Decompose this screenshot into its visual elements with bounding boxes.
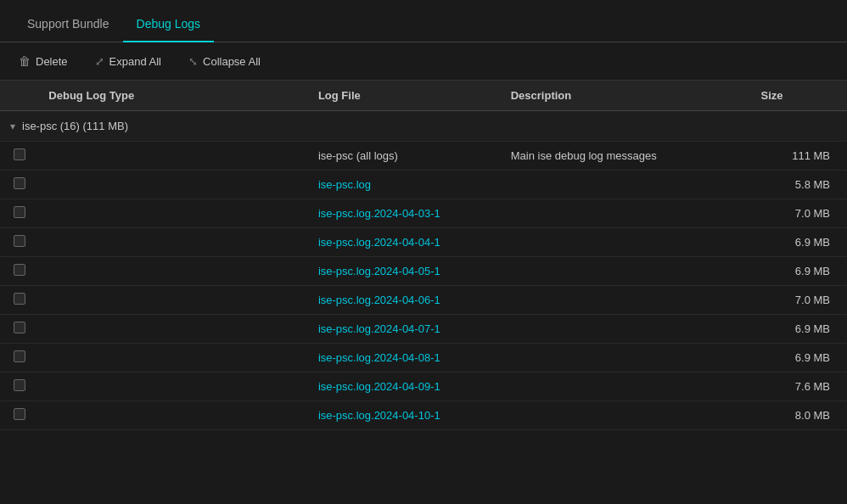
expand-all-label: Expand All (109, 55, 161, 68)
description-cell (501, 228, 751, 257)
log-file-cell: ise-psc.log.2024-04-05-1 (308, 257, 501, 286)
table-row: ise-psc.log.2024-04-10-1 8.0 MB (0, 401, 847, 430)
collapse-icon: ⤡ (188, 55, 198, 68)
row-checkbox[interactable] (14, 293, 25, 305)
size-cell: 8.0 MB (751, 401, 847, 430)
row-checkbox[interactable] (14, 206, 25, 218)
row-checkbox[interactable] (14, 350, 25, 362)
table-row: ise-psc.log 5.8 MB (0, 171, 847, 199)
col-checkbox (0, 81, 38, 111)
description-cell (501, 257, 751, 286)
log-file-link[interactable]: ise-psc.log.2024-04-04-1 (318, 236, 440, 249)
debug-log-type-cell (38, 286, 308, 315)
row-checkbox[interactable] (14, 148, 25, 160)
size-cell: 5.8 MB (751, 171, 847, 199)
description-cell (501, 344, 751, 372)
size-cell: 7.6 MB (751, 372, 847, 401)
size-cell: 6.9 MB (751, 315, 847, 344)
table-row: ise-psc.log.2024-04-04-1 6.9 MB (0, 228, 847, 257)
checkbox-cell (0, 372, 38, 401)
debug-log-type-cell (38, 228, 308, 257)
log-file-cell: ise-psc.log.2024-04-04-1 (308, 228, 501, 257)
debug-log-type-cell (38, 171, 308, 199)
top-nav: Support Bundle Debug Logs (0, 0, 847, 42)
col-description: Description (501, 81, 751, 111)
log-file-link[interactable]: ise-psc.log.2024-04-05-1 (318, 265, 440, 277)
col-log-file: Log File (308, 81, 501, 111)
debug-log-type-cell (38, 401, 308, 430)
size-cell: 7.0 MB (751, 286, 847, 315)
row-checkbox[interactable] (14, 322, 25, 333)
log-file-cell: ise-psc.log (308, 171, 501, 199)
size-cell: 7.0 MB (751, 199, 847, 228)
checkbox-cell (0, 315, 38, 344)
table-row: ise-psc.log.2024-04-07-1 6.9 MB (0, 315, 847, 344)
debug-log-type-cell (38, 199, 308, 228)
description-cell (501, 171, 751, 199)
checkbox-cell (0, 401, 38, 430)
description-cell (501, 401, 751, 430)
log-file-cell: ise-psc.log.2024-04-03-1 (308, 199, 501, 228)
description-cell (501, 372, 751, 401)
col-debug-log-type: Debug Log Type (38, 81, 308, 111)
expand-all-button[interactable]: ⤢ Expand All (90, 52, 166, 71)
delete-label: Delete (36, 55, 68, 68)
log-file-link[interactable]: ise-psc.log.2024-04-08-1 (318, 351, 440, 364)
table-row: ise-psc.log.2024-04-03-1 7.0 MB (0, 199, 847, 228)
row-checkbox[interactable] (14, 235, 25, 247)
table-container: Debug Log Type Log File Description Size… (0, 81, 847, 501)
trash-icon: 🗑 (19, 54, 31, 68)
log-file-link[interactable]: ise-psc.log.2024-04-07-1 (318, 322, 440, 335)
description-cell (501, 315, 751, 344)
log-file-cell: ise-psc.log.2024-04-10-1 (308, 401, 501, 430)
tab-debug-logs[interactable]: Debug Logs (123, 7, 215, 42)
delete-button[interactable]: 🗑 Delete (14, 51, 73, 71)
collapse-all-button[interactable]: ⤡ Collapse All (183, 52, 266, 71)
toolbar: 🗑 Delete ⤢ Expand All ⤡ Collapse All (0, 42, 847, 81)
description-cell: Main ise debug log messages (501, 142, 751, 171)
size-cell: 6.9 MB (751, 344, 847, 372)
col-size: Size (751, 81, 847, 111)
log-file-cell: ise-psc.log.2024-04-09-1 (308, 372, 501, 401)
size-cell: 6.9 MB (751, 228, 847, 257)
log-file-cell: ise-psc.log.2024-04-07-1 (308, 315, 501, 344)
table-row: ise-psc (all logs) Main ise debug log me… (0, 142, 847, 171)
table-header: Debug Log Type Log File Description Size (0, 81, 847, 111)
log-file-cell: ise-psc (all logs) (308, 142, 501, 171)
size-cell: 111 MB (751, 142, 847, 171)
log-file-link[interactable]: ise-psc.log.2024-04-09-1 (318, 380, 440, 393)
group-row[interactable]: ▾ ise-psc (16) (111 MB) (0, 111, 847, 142)
group-label-text: ise-psc (16) (111 MB) (22, 120, 128, 132)
table-row: ise-psc.log.2024-04-08-1 6.9 MB (0, 344, 847, 372)
log-file-link[interactable]: ise-psc.log.2024-04-03-1 (318, 207, 440, 220)
log-file-link[interactable]: ise-psc.log.2024-04-10-1 (318, 409, 440, 422)
debug-logs-table: Debug Log Type Log File Description Size… (0, 81, 847, 430)
row-checkbox[interactable] (14, 408, 25, 420)
group-cell: ▾ ise-psc (16) (111 MB) (0, 111, 847, 142)
checkbox-cell (0, 142, 38, 171)
checkbox-cell (0, 228, 38, 257)
description-cell (501, 286, 751, 315)
checkbox-cell (0, 286, 38, 315)
checkbox-cell (0, 171, 38, 199)
tab-support-bundle[interactable]: Support Bundle (14, 7, 123, 42)
debug-log-type-cell (38, 257, 308, 286)
debug-log-type-cell (38, 372, 308, 401)
row-checkbox[interactable] (14, 264, 25, 276)
checkbox-cell (0, 257, 38, 286)
table-row: ise-psc.log.2024-04-09-1 7.6 MB (0, 372, 847, 401)
checkbox-cell (0, 199, 38, 228)
table-row: ise-psc.log.2024-04-05-1 6.9 MB (0, 257, 847, 286)
size-cell: 6.9 MB (751, 257, 847, 286)
debug-log-type-cell (38, 315, 308, 344)
expand-icon: ⤢ (95, 55, 104, 68)
log-file-link[interactable]: ise-psc.log.2024-04-06-1 (318, 294, 440, 306)
row-checkbox[interactable] (14, 177, 25, 189)
log-file-cell: ise-psc.log.2024-04-08-1 (308, 344, 501, 372)
debug-log-type-cell (38, 344, 308, 372)
chevron-icon: ▾ (10, 120, 15, 132)
log-file-cell: ise-psc.log.2024-04-06-1 (308, 286, 501, 315)
log-file-link[interactable]: ise-psc.log (318, 178, 371, 191)
row-checkbox[interactable] (14, 379, 25, 391)
checkbox-cell (0, 344, 38, 372)
